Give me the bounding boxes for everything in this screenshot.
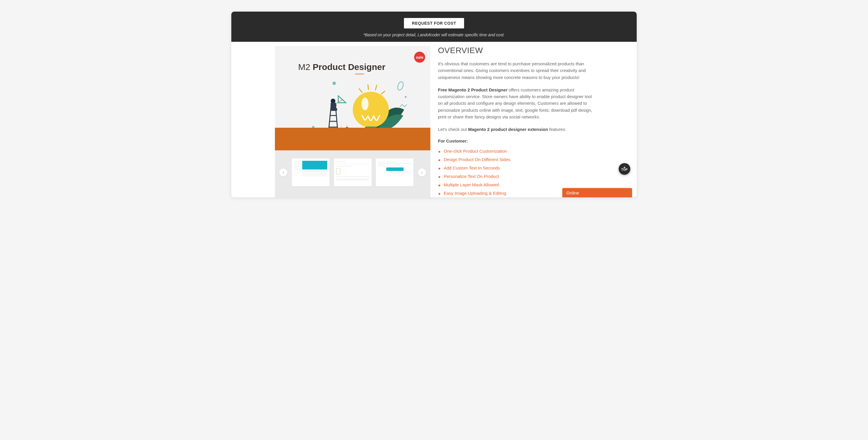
svg-marker-25 [346, 124, 348, 127]
thumbnail-row: ‹ [275, 159, 430, 186]
svg-rect-16 [331, 108, 337, 111]
page-card: REQUEST FOR COST *Based on your project … [231, 11, 637, 197]
feature-item: Add Custom Text In Seconds [438, 165, 593, 170]
svg-point-1 [362, 98, 369, 110]
svg-point-0 [353, 92, 389, 128]
feature-link[interactable]: Multiple Layer Mask Allowed [444, 182, 499, 187]
chevron-up-icon [623, 167, 626, 168]
product-hero-image[interactable]: M2 Product Designer sale [275, 46, 430, 150]
overview-description: Free Magento 2 Product Designer offers c… [438, 87, 593, 120]
feature-link[interactable]: Design Product On Different Sides [444, 157, 510, 162]
content-row: M2 Product Designer sale [231, 42, 637, 197]
hero-title-underline [355, 74, 364, 74]
feature-item: Personalize Text On Product [438, 174, 593, 179]
svg-point-28 [405, 96, 407, 98]
hero-ground [275, 128, 430, 150]
overview-desc-lead: Free Magento 2 Product Designer [438, 88, 507, 92]
chevron-right-icon: › [421, 170, 423, 175]
sale-badge: sale [414, 52, 425, 63]
checkout-prefix: Let's check out [438, 127, 468, 132]
feature-link[interactable]: One-click Product Customization [444, 148, 507, 154]
callout-bar: REQUEST FOR COST *Based on your project … [231, 11, 637, 42]
thumbs-prev-button[interactable]: ‹ [279, 168, 288, 177]
checkout-suffix: features: [548, 127, 566, 132]
overview-checkout: Let's check out Magento 2 product design… [438, 126, 593, 133]
hero-title: M2 Product Designer [298, 62, 385, 72]
product-media-column: M2 Product Designer sale [275, 46, 430, 197]
feature-item: One-click Product Customization [438, 148, 593, 154]
thumbnail-2[interactable] [334, 159, 372, 186]
request-cost-button[interactable]: REQUEST FOR COST [404, 18, 464, 28]
checkout-bold: Magento 2 product designer extension [468, 127, 548, 132]
chat-widget[interactable]: Online [562, 188, 632, 197]
feature-link[interactable]: Personalize Text On Product [444, 174, 499, 179]
thumbnail-1[interactable] [292, 159, 330, 186]
chevron-left-icon: ‹ [283, 170, 284, 175]
feature-item: Multiple Layer Mask Allowed [438, 182, 593, 187]
back-to-top-label: TOP [621, 168, 628, 171]
overview-intro: It's obvious that customers are tend to … [438, 60, 593, 81]
svg-point-15 [331, 99, 335, 103]
overview-heading: OVERVIEW [438, 46, 593, 55]
hero-title-prefix: M2 [298, 62, 313, 72]
chat-status-label: Online [566, 191, 579, 195]
feature-item: Design Product On Different Sides [438, 157, 593, 162]
back-to-top-button[interactable]: TOP [619, 163, 630, 175]
for-customer-heading: For Customer: [438, 138, 593, 143]
hero-title-strong: Product Designer [313, 62, 385, 72]
overview-column: OVERVIEW It's obvious that customers are… [438, 46, 593, 197]
callout-note: *Based on your project detail, Landofcod… [237, 33, 631, 37]
feature-link[interactable]: Add Custom Text In Seconds [444, 165, 500, 170]
thumbs-next-button[interactable]: › [417, 168, 426, 177]
thumbnail-3[interactable] [376, 159, 413, 186]
feature-link[interactable]: Easy Image Uploading & Editing [444, 191, 506, 196]
